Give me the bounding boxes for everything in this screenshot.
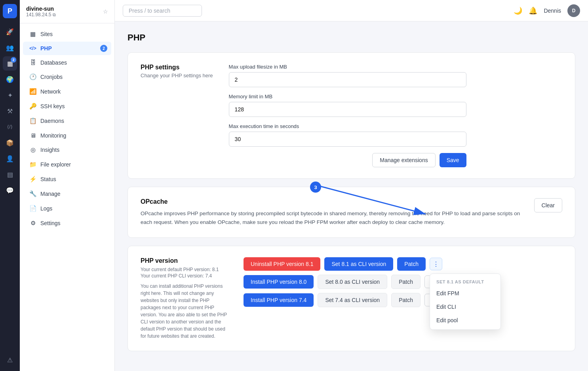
opcache-card: 3 OPcache OPcache improves PHP performan… <box>127 187 575 238</box>
sidebar-item-php[interactable]: </> PHP 2 <box>23 42 111 55</box>
manage-icon: 🔧 <box>29 190 36 197</box>
server-ip: 141.98.24.5 ⧉ <box>26 12 56 17</box>
ssh-icon: 🔑 <box>29 103 36 110</box>
step3-indicator: 3 <box>310 182 321 193</box>
php-settings-card: PHP settings Change your PHP settings he… <box>127 52 575 179</box>
sidebar-item-monitoring[interactable]: 🖥 Monitoring <box>23 128 111 142</box>
php-settings-layout: PHP settings Change your PHP settings he… <box>141 64 562 167</box>
sidebar-item-sites[interactable]: ▦ Sites <box>23 27 111 41</box>
rail-warning[interactable]: ⚠ <box>3 353 17 367</box>
sidebar-item-label-sites: Sites <box>40 31 53 37</box>
php-current-default: Your current default PHP version: 8.1 <box>141 267 228 272</box>
uninstall-81-button[interactable]: Uninstall PHP version 8.1 <box>244 257 320 271</box>
patch-81-button[interactable]: Patch <box>397 257 426 271</box>
notifications-icon[interactable]: 🔔 <box>529 6 537 15</box>
rail-server-badge: 2 <box>11 57 16 63</box>
php-icon: </> <box>29 46 36 51</box>
sidebar-item-label-logs: Logs <box>40 205 52 212</box>
rail-billing[interactable]: ▤ <box>3 167 17 182</box>
max-execution-input[interactable] <box>229 132 466 147</box>
sidebar-server-info: divine-sun 141.98.24.5 ⧉ <box>26 6 56 17</box>
network-icon: 📶 <box>29 88 36 95</box>
php-version-card: PHP version Your current default PHP ver… <box>127 246 575 351</box>
sidebar-item-label-php: PHP <box>40 45 52 52</box>
php-settings-footer: Manage extensions Save <box>229 153 466 167</box>
sidebar-item-manage[interactable]: 🔧 Manage <box>23 187 111 201</box>
sidebar-item-label-file-explorer: File explorer <box>40 161 71 168</box>
manage-extensions-button[interactable]: Manage extensions <box>372 153 435 167</box>
set-cli-81-button[interactable]: Set 8.1 as CLI version <box>324 257 393 271</box>
opcache-layout: OPcache OPcache improves PHP performance… <box>141 198 562 226</box>
max-upload-label: Max upload filesize in MB <box>229 64 466 70</box>
sidebar-item-insights[interactable]: ◎ Insights <box>23 143 111 157</box>
sidebar-item-status[interactable]: ⚡ Status <box>23 172 111 186</box>
sidebar-item-label-insights: Insights <box>40 147 59 153</box>
php-settings-left: PHP settings Change your PHP settings he… <box>141 64 213 78</box>
rail-person[interactable]: 👤 <box>3 151 17 166</box>
rail-package[interactable]: 📦 <box>3 136 17 150</box>
rail-chat[interactable]: 💬 <box>3 183 17 197</box>
rail-code[interactable]: ⟨/⟩ <box>3 120 17 134</box>
php-version-title: PHP version <box>141 257 228 264</box>
max-upload-input[interactable] <box>229 72 466 87</box>
memory-limit-label: Memory limit in MB <box>229 94 466 99</box>
star-icon[interactable]: ☆ <box>103 8 108 15</box>
dropdown-item-edit-fpm[interactable]: Edit FPM <box>430 287 500 300</box>
logs-icon: 📄 <box>29 205 36 212</box>
max-execution-label: Max execution time in seconds <box>229 123 466 129</box>
rail-users[interactable]: 👥 <box>3 40 17 55</box>
rail-rocket[interactable]: 🚀 <box>3 25 17 39</box>
sidebar-item-label-databases: Databases <box>40 59 67 66</box>
sidebar-item-daemons[interactable]: 📋 Daemons <box>23 114 111 128</box>
file-explorer-icon: 📁 <box>29 161 36 168</box>
memory-limit-input[interactable] <box>229 102 466 117</box>
main-area: Press / to search 🌙 🔔 Dennis D PHP PHP s… <box>115 0 588 371</box>
sites-icon: ▦ <box>29 31 36 38</box>
php-current-cli: Your current PHP CLI version: 7.4 <box>141 273 228 279</box>
sidebar-item-databases[interactable]: 🗄 Databases <box>23 55 111 69</box>
username-label: Dennis <box>544 8 561 14</box>
php-badge: 2 <box>100 45 107 52</box>
sidebar-item-logs[interactable]: 📄 Logs <box>23 201 111 216</box>
rail-puzzle[interactable]: ✦ <box>3 88 17 102</box>
dropdown-label: Set 8.1 as default <box>430 276 500 287</box>
sidebar-item-cronjobs[interactable]: 🕐 Cronjobs <box>23 70 111 84</box>
php-settings-subtitle: Change your PHP settings here <box>141 73 213 78</box>
dropdown-item-edit-cli[interactable]: Edit CLI <box>430 300 500 314</box>
set-cli-74-button[interactable]: Set 7.4 as CLI version <box>318 293 387 307</box>
set-cli-80-button[interactable]: Set 8.0 as CLI version <box>318 275 387 289</box>
user-avatar[interactable]: D <box>567 4 580 17</box>
rail-logo[interactable]: P <box>3 4 17 18</box>
opcache-right: Clear <box>534 198 562 212</box>
sidebar-item-label-cronjobs: Cronjobs <box>40 74 63 80</box>
version-row-81: Uninstall PHP version 8.1 Set 8.1 as CLI… <box>244 257 481 271</box>
sidebar-item-file-explorer[interactable]: 📁 File explorer <box>23 157 111 172</box>
databases-icon: 🗄 <box>29 59 36 66</box>
search-box[interactable]: Press / to search <box>123 5 202 17</box>
sidebar: divine-sun 141.98.24.5 ⧉ ☆ ▦ Sites </> P… <box>20 0 115 371</box>
opcache-clear-button[interactable]: Clear <box>534 198 562 212</box>
sidebar-header: divine-sun 141.98.24.5 ⧉ ☆ <box>20 0 114 23</box>
copy-icon[interactable]: ⧉ <box>53 12 56 17</box>
page-title: PHP <box>127 33 575 43</box>
topbar: Press / to search 🌙 🔔 Dennis D <box>115 0 588 21</box>
sidebar-item-label-daemons: Daemons <box>40 118 64 124</box>
insights-icon: ◎ <box>29 146 36 153</box>
sidebar-item-network[interactable]: 📶 Network <box>23 84 111 99</box>
install-74-button[interactable]: Install PHP version 7.4 <box>244 293 314 307</box>
dark-mode-icon[interactable]: 🌙 <box>514 6 522 15</box>
rail-server[interactable]: ▦ 2 <box>3 56 17 71</box>
install-80-button[interactable]: Install PHP version 8.0 <box>244 275 314 289</box>
rail-globe[interactable]: 🌍 <box>3 72 17 86</box>
patch-74-button[interactable]: Patch <box>391 293 421 307</box>
rail-tools[interactable]: ⚒ <box>3 104 17 118</box>
sidebar-item-settings[interactable]: ⚙ Settings <box>23 216 111 230</box>
dropdown-item-edit-pool[interactable]: Edit pool <box>430 314 500 327</box>
patch-80-button[interactable]: Patch <box>391 275 421 289</box>
more-81-button[interactable]: ⋮ <box>430 258 442 270</box>
max-upload-group: Max upload filesize in MB <box>229 64 466 87</box>
save-button[interactable]: Save <box>440 153 466 167</box>
server-name: divine-sun <box>26 6 56 12</box>
sidebar-item-ssh-keys[interactable]: 🔑 SSH keys <box>23 99 111 113</box>
php-version-description: You can install additional PHP versions … <box>141 283 228 340</box>
